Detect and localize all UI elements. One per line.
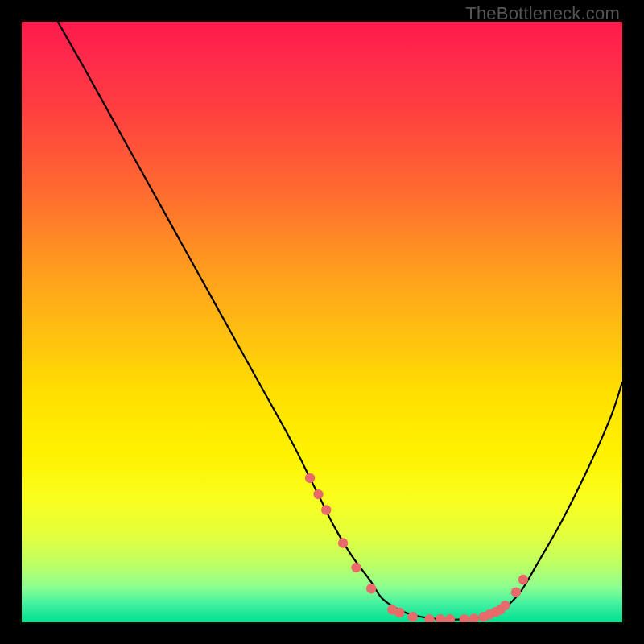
curve-markers — [305, 473, 528, 622]
marker-point — [518, 575, 528, 584]
marker-point — [436, 614, 445, 622]
marker-point — [321, 505, 331, 514]
marker-point — [511, 588, 521, 597]
marker-point — [313, 489, 323, 499]
marker-point — [424, 614, 434, 622]
marker-point — [351, 563, 361, 572]
marker-point — [338, 538, 348, 547]
marker-point — [305, 473, 315, 483]
plot-area — [22, 22, 622, 622]
bottleneck-curve — [58, 22, 622, 620]
chart-frame: TheBottleneck.com — [0, 0, 644, 644]
marker-point — [460, 614, 469, 622]
marker-point — [469, 613, 479, 622]
marker-point — [445, 614, 455, 622]
marker-point — [366, 584, 376, 593]
marker-point — [500, 601, 510, 610]
marker-point — [407, 612, 417, 621]
marker-point — [394, 608, 404, 617]
chart-svg — [22, 22, 622, 622]
